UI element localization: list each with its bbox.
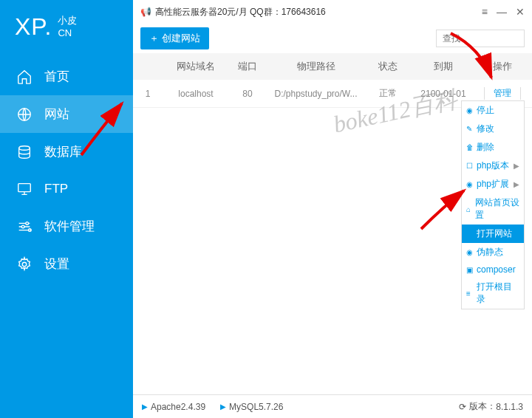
dropdown-delete[interactable]: 🗑删除 — [462, 138, 524, 157]
svg-point-5 — [29, 228, 32, 231]
sidebar-item-label: 软件管理 — [44, 218, 95, 235]
sidebar-item-ftp[interactable]: FTP — [0, 171, 133, 208]
main-area: 📢 高性能云服务器20元/月 QQ群：176643616 ≡ — ✕ ＋ 创建网… — [133, 0, 532, 418]
dropdown-composer[interactable]: ▣composer — [462, 261, 524, 278]
col-expire: 到期 — [410, 60, 477, 73]
svg-point-3 — [26, 222, 29, 225]
manage-dropdown: ◉停止 ✎修改 🗑删除 ☐php版本▶ ◉php扩展▶ ⌂网站首页设置 打开网站… — [461, 100, 525, 309]
edit-icon: ✎ — [466, 125, 475, 133]
sidebar-item-label: 首页 — [44, 68, 69, 85]
cell-action: 管理 — [477, 87, 528, 100]
home-icon: ⌂ — [466, 205, 474, 213]
chevron-right-icon: ▶ — [514, 162, 519, 170]
ext-icon: ◉ — [466, 180, 475, 188]
dropdown-php-ext[interactable]: ◉php扩展▶ — [462, 175, 524, 193]
sliders-icon — [16, 219, 33, 235]
svg-point-1 — [19, 145, 30, 150]
create-site-button[interactable]: ＋ 创建网站 — [140, 27, 209, 49]
rewrite-icon: ◉ — [466, 248, 475, 256]
version-info: ⟳版本：8.1.1.3 — [459, 400, 523, 413]
cell-path: D:/phpstudy_pro/W... — [266, 89, 366, 99]
play-icon: ▶ — [220, 402, 226, 411]
globe-icon — [16, 106, 33, 123]
minimize-icon[interactable]: — — [497, 6, 507, 18]
cell-status: 正常 — [366, 87, 410, 100]
folder-icon: ≡ — [466, 289, 475, 298]
logo: XP. 小皮 CN — [0, 0, 133, 54]
sidebar-item-label: 数据库 — [44, 143, 82, 160]
refresh-icon[interactable]: ⟳ — [459, 402, 466, 412]
col-domain: 网站域名 — [163, 60, 229, 73]
manage-button[interactable]: 管理 — [484, 87, 521, 100]
menu-icon[interactable]: ≡ — [482, 6, 488, 18]
sidebar-item-home[interactable]: 首页 — [0, 58, 133, 95]
composer-icon: ▣ — [466, 266, 475, 274]
logo-sub: 小皮 CN — [58, 15, 77, 40]
delete-icon: 🗑 — [466, 143, 475, 151]
cell-port: 80 — [229, 89, 266, 99]
col-status: 状态 — [366, 60, 410, 73]
dropdown-edit[interactable]: ✎修改 — [462, 120, 524, 138]
database-icon — [16, 144, 33, 160]
svg-point-6 — [22, 262, 27, 267]
stop-icon: ◉ — [466, 106, 475, 114]
close-icon[interactable]: ✕ — [516, 6, 525, 18]
col-port: 端口 — [229, 60, 266, 73]
cell-index: 1 — [133, 89, 163, 99]
monitor-icon — [16, 181, 33, 197]
gear-icon — [16, 256, 33, 273]
footer: ▶Apache2.4.39 ▶MySQL5.7.26 ⟳版本：8.1.1.3 — [133, 394, 532, 418]
dropdown-open-root[interactable]: ≡打开根目录 — [462, 278, 524, 309]
dropdown-stop[interactable]: ◉停止 — [462, 101, 524, 120]
service-apache[interactable]: ▶Apache2.4.39 — [142, 402, 205, 412]
sidebar-item-label: 网站 — [44, 106, 69, 123]
dropdown-open-site[interactable]: 打开网站 — [462, 225, 524, 243]
svg-point-4 — [21, 225, 24, 228]
col-path: 物理路径 — [266, 60, 366, 73]
logo-main: XP. — [15, 13, 52, 41]
titlebar: 📢 高性能云服务器20元/月 QQ群：176643616 ≡ — ✕ — [133, 0, 532, 24]
home-icon — [16, 69, 33, 85]
dropdown-homepage[interactable]: ⌂网站首页设置 — [462, 193, 524, 225]
chevron-right-icon: ▶ — [514, 180, 519, 188]
window-controls: ≡ — ✕ — [482, 6, 525, 18]
sidebar-item-label: 设置 — [44, 256, 69, 273]
dropdown-rewrite[interactable]: ◉伪静态 — [462, 243, 524, 261]
table-header: 网站域名 端口 物理路径 状态 到期 操作 — [133, 53, 532, 80]
sidebar-item-website[interactable]: 网站 — [0, 95, 133, 133]
sidebar-item-settings[interactable]: 设置 — [0, 245, 133, 283]
search-input[interactable] — [436, 30, 525, 47]
titlebar-text: 高性能云服务器20元/月 QQ群：176643616 — [155, 6, 326, 18]
toolbar: ＋ 创建网站 — [133, 24, 532, 53]
sidebar-item-database[interactable]: 数据库 — [0, 133, 133, 171]
svg-rect-2 — [18, 184, 31, 192]
speaker-icon: 📢 — [140, 7, 151, 17]
dropdown-php-version[interactable]: ☐php版本▶ — [462, 157, 524, 175]
version-icon: ☐ — [466, 162, 475, 170]
sidebar: XP. 小皮 CN 首页 网站 数据库 FTP 软件管理 设置 — [0, 0, 133, 418]
col-action: 操作 — [477, 60, 528, 73]
nav: 首页 网站 数据库 FTP 软件管理 设置 — [0, 54, 133, 283]
cell-expire: 2100-01-01 — [410, 89, 477, 99]
cell-domain: localhost — [163, 89, 229, 99]
service-mysql[interactable]: ▶MySQL5.7.26 — [220, 402, 283, 412]
play-icon: ▶ — [142, 402, 148, 411]
sidebar-item-software[interactable]: 软件管理 — [0, 208, 133, 245]
sidebar-item-label: FTP — [44, 182, 68, 196]
